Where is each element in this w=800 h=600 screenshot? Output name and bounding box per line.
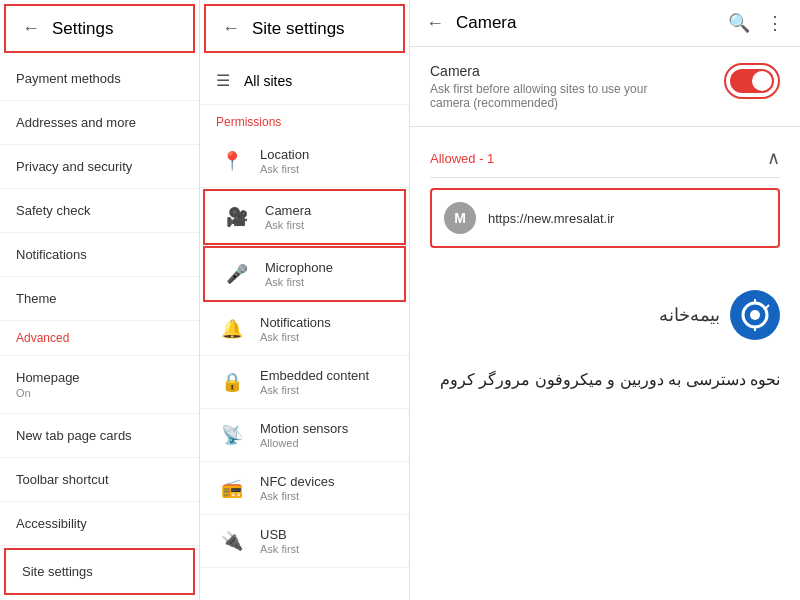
motion-sensors-icon: 📡	[216, 419, 248, 451]
camera-setting-description: Ask first before allowing sites to use y…	[430, 82, 650, 110]
sidebar-item-toolbar-shortcut[interactable]: Toolbar shortcut	[0, 458, 199, 502]
permissions-label: Permissions	[200, 105, 409, 135]
camera-detail-panel: ← Camera 🔍 ⋮ Camera Ask first before all…	[410, 0, 800, 600]
sidebar-item-safety-check[interactable]: Safety check	[0, 189, 199, 233]
perm-usb-sub: Ask first	[260, 543, 299, 555]
perm-microphone-sub: Ask first	[265, 276, 333, 288]
camera-back-icon[interactable]: ←	[426, 13, 444, 34]
camera-detail-header: ← Camera 🔍 ⋮	[410, 0, 800, 47]
perm-item-microphone[interactable]: 🎤 Microphone Ask first	[203, 246, 406, 302]
notifications-icon: 🔔	[216, 313, 248, 345]
settings-title: Settings	[52, 19, 113, 39]
site-settings-panel: ← Site settings ☰ All sites Permissions …	[200, 0, 410, 600]
camera-toggle[interactable]	[730, 69, 774, 93]
sidebar-item-new-tab-page-cards[interactable]: New tab page cards	[0, 414, 199, 458]
allowed-section: Allowed - 1 ∧ M https://new.mresalat.ir	[410, 127, 800, 270]
sidebar-item-homepage[interactable]: Homepage On	[0, 356, 199, 414]
settings-header: ← Settings	[4, 4, 195, 53]
sidebar-item-notifications[interactable]: Notifications	[0, 233, 199, 277]
camera-toggle-container	[724, 63, 780, 99]
perm-notifications-sub: Ask first	[260, 331, 331, 343]
camera-more-icon[interactable]: ⋮	[766, 12, 784, 34]
all-sites-item[interactable]: ☰ All sites	[200, 57, 409, 105]
location-icon: 📍	[216, 145, 248, 177]
perm-item-usb[interactable]: 🔌 USB Ask first	[200, 515, 409, 568]
allowed-site-item[interactable]: M https://new.mresalat.ir	[430, 188, 780, 248]
perm-camera-sub: Ask first	[265, 219, 311, 231]
perm-microphone-name: Microphone	[265, 260, 333, 275]
perm-item-notifications[interactable]: 🔔 Notifications Ask first	[200, 303, 409, 356]
svg-point-2	[750, 310, 760, 320]
perm-embedded-name: Embedded content	[260, 368, 369, 383]
logo-text: بیمه‌خانه	[659, 304, 720, 326]
logo-icon	[730, 290, 780, 340]
perm-nfc-sub: Ask first	[260, 490, 334, 502]
settings-back-icon[interactable]: ←	[22, 18, 40, 39]
usb-icon: 🔌	[216, 525, 248, 557]
perm-notifications-name: Notifications	[260, 315, 331, 330]
perm-location-name: Location	[260, 147, 309, 162]
site-url: https://new.mresalat.ir	[488, 211, 614, 226]
perm-embedded-sub: Ask first	[260, 384, 369, 396]
sidebar-item-accessibility[interactable]: Accessibility	[0, 502, 199, 546]
site-avatar: M	[444, 202, 476, 234]
perm-motion-sub: Allowed	[260, 437, 348, 449]
camera-setting-label: Camera	[430, 63, 650, 79]
sidebar-item-payment-methods[interactable]: Payment methods	[0, 57, 199, 101]
camera-toggle-section: Camera Ask first before allowing sites t…	[410, 47, 800, 127]
site-settings-back-icon[interactable]: ←	[222, 18, 240, 39]
camera-icon: 🎥	[221, 201, 253, 233]
perm-item-location[interactable]: 📍 Location Ask first	[200, 135, 409, 188]
sidebar-item-privacy-and-security[interactable]: Privacy and security	[0, 145, 199, 189]
site-settings-title: Site settings	[252, 19, 345, 39]
perm-motion-name: Motion sensors	[260, 421, 348, 436]
all-sites-icon: ☰	[216, 71, 230, 90]
tutorial-text: نحوه دسترسی به دوربین و میکروفون مرورگر …	[410, 360, 800, 399]
all-sites-label: All sites	[244, 73, 292, 89]
sidebar-item-addresses-and-more[interactable]: Addresses and more	[0, 101, 199, 145]
site-settings-header: ← Site settings	[204, 4, 405, 53]
perm-item-motion-sensors[interactable]: 📡 Motion sensors Allowed	[200, 409, 409, 462]
nfc-icon: 📻	[216, 472, 248, 504]
perm-item-camera[interactable]: 🎥 Camera Ask first	[203, 189, 406, 245]
sidebar-item-theme[interactable]: Theme	[0, 277, 199, 321]
perm-item-nfc-devices[interactable]: 📻 NFC devices Ask first	[200, 462, 409, 515]
allowed-chevron-icon[interactable]: ∧	[767, 147, 780, 169]
perm-nfc-name: NFC devices	[260, 474, 334, 489]
perm-usb-name: USB	[260, 527, 299, 542]
settings-panel: ← Settings Payment methods Addresses and…	[0, 0, 200, 600]
camera-detail-title: Camera	[456, 13, 516, 33]
microphone-icon: 🎤	[221, 258, 253, 290]
logo-section: بیمه‌خانه	[410, 270, 800, 360]
perm-location-sub: Ask first	[260, 163, 309, 175]
perm-item-embedded-content[interactable]: 🔒 Embedded content Ask first	[200, 356, 409, 409]
sidebar-item-site-settings[interactable]: Site settings	[4, 548, 195, 595]
perm-camera-name: Camera	[265, 203, 311, 218]
embedded-content-icon: 🔒	[216, 366, 248, 398]
allowed-label: Allowed - 1	[430, 151, 494, 166]
camera-search-icon[interactable]: 🔍	[728, 12, 750, 34]
sidebar-advanced-label: Advanced	[0, 321, 199, 356]
